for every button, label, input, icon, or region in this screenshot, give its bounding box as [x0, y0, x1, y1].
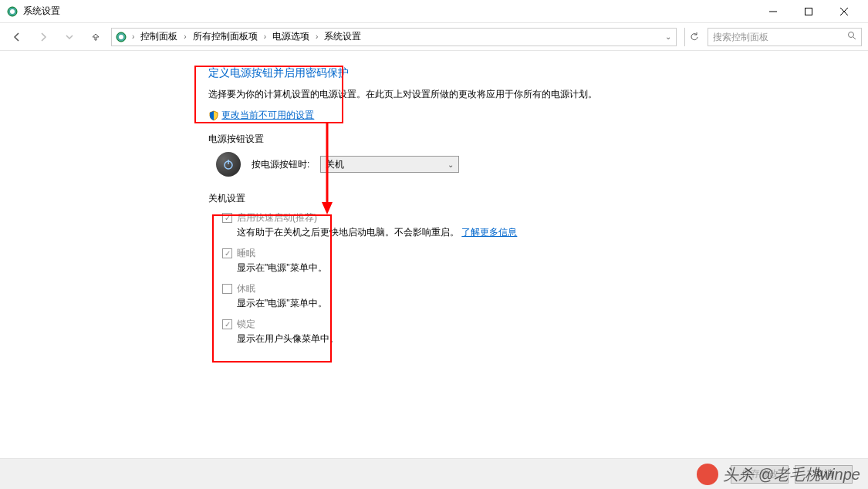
section-power-button: 电源按钮设置 [208, 133, 868, 146]
search-box[interactable] [708, 28, 862, 46]
checkbox[interactable] [222, 319, 232, 329]
svg-rect-3 [806, 8, 812, 15]
chevron-right-icon: › [130, 32, 136, 41]
up-button[interactable] [85, 26, 106, 48]
chevron-right-icon: › [262, 32, 268, 41]
option-sleep: 睡眠 显示在"电源"菜单中。 [222, 247, 868, 275]
search-input[interactable] [713, 32, 856, 42]
option-desc: 显示在"电源"菜单中。 [222, 297, 868, 310]
close-button[interactable] [826, 0, 862, 23]
navbar: › 控制面板 › 所有控制面板项 › 电源选项 › 系统设置 ⌄ [0, 23, 868, 51]
window-title: 系统设置 [23, 5, 755, 18]
svg-line-9 [853, 37, 856, 39]
address-bar[interactable]: › 控制面板 › 所有控制面板项 › 电源选项 › 系统设置 ⌄ [111, 28, 677, 46]
back-button[interactable] [6, 26, 28, 48]
option-desc: 显示在"电源"菜单中。 [222, 261, 868, 275]
change-unavailable-link[interactable]: 更改当前不可用的设置 [221, 109, 314, 122]
titlebar: 系统设置 [0, 0, 868, 23]
learn-more-link[interactable]: 了解更多信息 [461, 227, 517, 238]
chevron-right-icon: › [314, 32, 319, 41]
svg-point-1 [10, 9, 15, 14]
page-description: 选择要为你的计算机设置的电源设置。在此页上对设置所做的更改将应用于你所有的电源计… [208, 88, 868, 101]
content-area: 定义电源按钮并启用密码保护 选择要为你的计算机设置的电源设置。在此页上对设置所做… [0, 51, 868, 346]
option-hibernate: 休眠 显示在"电源"菜单中。 [222, 282, 868, 310]
option-label: 睡眠 [237, 247, 255, 260]
breadcrumb-item[interactable]: 控制面板 [139, 30, 179, 43]
section-shutdown: 关机设置 [208, 192, 868, 205]
power-button-label: 按电源按钮时: [252, 158, 309, 171]
maximize-button[interactable] [791, 0, 826, 23]
breadcrumb-item[interactable]: 电源选项 [271, 30, 311, 43]
checkbox[interactable] [222, 213, 232, 223]
address-icon [115, 31, 127, 43]
shield-icon [208, 110, 219, 121]
checkbox[interactable] [222, 284, 232, 294]
option-label: 启用快速启动(推荐) [237, 211, 317, 224]
refresh-button[interactable] [684, 28, 703, 46]
svg-point-7 [119, 35, 123, 39]
watermark-logo [697, 464, 718, 485]
search-icon [847, 31, 856, 42]
chevron-down-icon: ⌄ [448, 160, 454, 169]
power-action-dropdown[interactable]: 关机 ⌄ [320, 156, 459, 173]
chevron-right-icon: › [182, 32, 187, 41]
minimize-button[interactable] [755, 0, 791, 23]
checkbox[interactable] [222, 248, 232, 258]
breadcrumb-item[interactable]: 所有控制面板项 [191, 30, 259, 43]
forward-button[interactable] [32, 26, 54, 48]
recent-dropdown[interactable] [59, 26, 80, 48]
option-desc: 显示在用户头像菜单中。 [222, 332, 868, 346]
dropdown-value: 关机 [326, 158, 344, 171]
option-lock: 锁定 显示在用户头像菜单中。 [222, 318, 868, 346]
chevron-down-icon[interactable]: ⌄ [664, 32, 673, 41]
page-title: 定义电源按钮并启用密码保护 [208, 66, 868, 80]
watermark: 头杀 @老毛桃winpe [697, 464, 860, 485]
option-label: 锁定 [237, 318, 255, 331]
svg-point-8 [849, 32, 854, 38]
option-fast-startup: 启用快速启动(推荐) 这有助于在关机之后更快地启动电脑。不会影响重启。 了解更多… [222, 211, 868, 239]
breadcrumb-item[interactable]: 系统设置 [323, 30, 363, 43]
watermark-text: 头杀 @老毛桃winpe [723, 464, 860, 485]
power-icon [216, 152, 241, 177]
option-desc: 这有助于在关机之后更快地启动电脑。不会影响重启。 [237, 227, 459, 238]
app-icon [6, 5, 19, 18]
option-label: 休眠 [237, 282, 255, 295]
